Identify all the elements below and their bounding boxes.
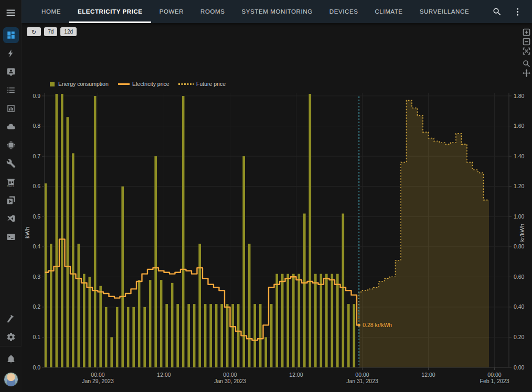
electricity-price-line xyxy=(45,239,359,340)
energy-bar xyxy=(248,244,251,367)
energy-bar xyxy=(275,274,278,367)
lightning-bolt-icon xyxy=(6,49,16,58)
energy-bar xyxy=(61,94,63,367)
x-tick-date: Jan 31, 2023 xyxy=(346,378,378,384)
energy-bar xyxy=(231,304,234,367)
energy-bar xyxy=(209,304,212,367)
app-window: HACS HOMEELECTRICITY PRICEPOWERROOMSSYST… xyxy=(0,0,532,392)
wrench-icon xyxy=(6,159,16,168)
energy-bar xyxy=(99,286,102,367)
sidebar-item-hacs[interactable]: HACS xyxy=(0,172,22,191)
tab-system-monitoring[interactable]: SYSTEM MONITORING xyxy=(233,0,321,23)
y-left-tick-label: 0.0 xyxy=(33,364,40,371)
energy-bar xyxy=(154,156,157,367)
energy-bar xyxy=(72,153,75,367)
tab-climate[interactable]: CLIMATE xyxy=(366,0,411,23)
legend-item-electricity-price[interactable]: Electricity price xyxy=(118,81,169,87)
energy-bar xyxy=(50,244,52,367)
zoom-select-icon[interactable] xyxy=(523,60,530,68)
energy-bar xyxy=(237,304,240,367)
energy-bar xyxy=(105,307,108,367)
sidebar-item-cloud[interactable] xyxy=(0,117,22,136)
menu-icon[interactable] xyxy=(5,7,16,16)
tab-electricity-price[interactable]: ELECTRICITY PRICE xyxy=(69,0,151,23)
x-tick-time: 00:00 xyxy=(355,372,369,378)
sidebar-item-logbook[interactable] xyxy=(0,81,22,99)
sidebar-bottom-items xyxy=(0,309,22,346)
sidebar-item-vscode[interactable] xyxy=(0,209,22,227)
legend-item-future-price[interactable]: Future price xyxy=(178,81,226,87)
chart-canvas[interactable]: 0.28 kr/kWh0.00.10.20.30.40.50.60.70.80.… xyxy=(22,23,532,392)
energy-bar xyxy=(220,304,223,367)
y-right-tick-label: 1.60 xyxy=(514,123,525,129)
energy-bar xyxy=(149,280,152,367)
sidebar-item-settings[interactable] xyxy=(0,328,22,346)
sidebar-item-presence[interactable] xyxy=(0,62,22,81)
y-left-tick-label: 0.9 xyxy=(33,93,40,99)
search-icon[interactable] xyxy=(492,7,502,17)
chart-zoom-toolbar xyxy=(523,28,530,79)
y-left-tick-label: 0.4 xyxy=(33,243,40,249)
y-right-axis-title: kr/kWh xyxy=(519,224,525,242)
x-tick-time: 00:00 xyxy=(91,372,104,378)
x-tick-time: 12:00 xyxy=(289,372,303,378)
energy-bar xyxy=(182,96,185,367)
sidebar: HACS xyxy=(0,0,22,392)
avatar[interactable] xyxy=(4,372,18,387)
sidebar-item-dashboard[interactable] xyxy=(0,26,22,44)
energy-bar xyxy=(292,274,295,367)
energy-bar xyxy=(336,274,339,367)
pan-icon[interactable] xyxy=(523,69,530,77)
y-left-axis-title: kWh xyxy=(24,227,30,238)
bar-chart-icon xyxy=(6,104,16,113)
energy-bar xyxy=(132,307,135,367)
energy-bar xyxy=(270,304,273,367)
energy-bar xyxy=(193,304,196,367)
sidebar-item-developer-tools[interactable] xyxy=(0,309,22,328)
sidebar-item-terminal[interactable] xyxy=(0,227,22,246)
sidebar-item-media[interactable] xyxy=(0,191,22,209)
sidebar-item-history[interactable] xyxy=(0,99,22,117)
current-price-annotation: 0.28 kr/kWh xyxy=(363,322,392,328)
energy-bar xyxy=(165,304,168,367)
sidebar-item-energy[interactable] xyxy=(0,44,22,62)
range-button-12d[interactable]: 12d xyxy=(60,27,77,36)
kebab-menu-icon[interactable] xyxy=(513,7,523,17)
legend-item-energy-consumption[interactable]: Energy consumption xyxy=(50,81,109,87)
tab-rooms[interactable]: ROOMS xyxy=(192,0,233,23)
range-button-7d[interactable]: 7d xyxy=(44,27,57,36)
energy-bar xyxy=(198,244,201,367)
refresh-button[interactable]: ↻ xyxy=(27,27,41,36)
energy-bar xyxy=(320,274,323,367)
electricity-price-chart[interactable]: 0.28 kr/kWh0.00.10.20.30.40.50.60.70.80.… xyxy=(22,23,532,392)
energy-bar xyxy=(176,304,179,367)
sidebar-item-notifications[interactable] xyxy=(0,350,22,368)
sidebar-item-hardware[interactable] xyxy=(0,136,22,154)
energy-bar xyxy=(281,274,284,367)
tab-surveillance[interactable]: SURVEILLANCE xyxy=(411,0,478,23)
tab-bar: HOMEELECTRICITY PRICEPOWERROOMSSYSTEM MO… xyxy=(33,0,477,23)
tab-home[interactable]: HOME xyxy=(33,0,69,23)
energy-bar xyxy=(187,304,190,367)
energy-bar xyxy=(353,304,356,367)
y-right-tick-label: 0.60 xyxy=(514,274,525,280)
dashboard-icon xyxy=(6,30,16,40)
y-right-tick-label: 1.00 xyxy=(514,213,525,220)
energy-bar xyxy=(127,307,130,367)
energy-bar xyxy=(160,280,163,367)
dashboard-content: 0.28 kr/kWh0.00.10.20.30.40.50.60.70.80.… xyxy=(22,23,532,392)
energy-bar xyxy=(67,117,69,367)
zoom-out-icon[interactable] xyxy=(523,38,530,46)
tab-devices[interactable]: DEVICES xyxy=(321,0,367,23)
y-right-tick-label: 1.20 xyxy=(514,183,525,189)
current-price-dot xyxy=(358,324,360,326)
chip-icon xyxy=(6,140,16,150)
tab-power[interactable]: POWER xyxy=(151,0,192,23)
x-tick-time: 00:00 xyxy=(487,372,501,378)
reset-zoom-icon[interactable] xyxy=(523,47,530,55)
y-left-tick-label: 0.2 xyxy=(33,303,40,310)
sidebar-item-tools[interactable] xyxy=(0,154,22,172)
energy-bar xyxy=(298,274,301,367)
zoom-in-icon[interactable] xyxy=(523,28,530,36)
y-right-tick-label: 1.80 xyxy=(514,93,525,99)
